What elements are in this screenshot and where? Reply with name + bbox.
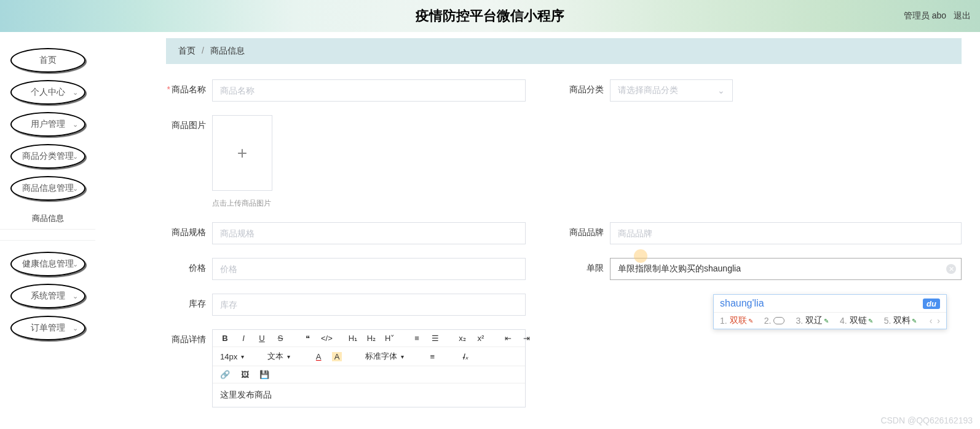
product-name-label: *商品名称 — [166, 79, 206, 102]
app-title: 疫情防控平台微信小程序 — [416, 7, 564, 25]
watermark: CSDN @QQ626162193 — [880, 415, 973, 425]
sidebar-subitem-product-info[interactable]: 商品信息 — [0, 208, 95, 230]
strike-button[interactable]: S — [275, 334, 285, 343]
chevron-down-icon: ⌄ — [73, 153, 78, 161]
price-input[interactable] — [212, 258, 526, 280]
chevron-down-icon: ⌄ — [73, 121, 78, 129]
outdent-button[interactable]: ⇥ — [521, 334, 531, 343]
sidebar-item-user-mgmt[interactable]: 用户管理 ⌄ — [10, 112, 85, 137]
font-size-select[interactable]: 14px▾ — [220, 352, 244, 361]
chevron-down-icon: ⌄ — [73, 89, 78, 97]
chevron-down-icon: ⌄ — [73, 324, 78, 332]
subscript-button[interactable]: x₂ — [457, 334, 467, 343]
brand-label: 商品品牌 — [564, 222, 604, 244]
category-label: 商品分类 — [564, 79, 604, 102]
code-button[interactable]: </> — [321, 334, 331, 343]
cursor-indicator — [634, 249, 647, 263]
sidebar-item-label: 用户管理 — [31, 119, 65, 130]
bg-color-button[interactable]: A — [332, 352, 342, 361]
image-hint: 点击上传商品图片 — [212, 198, 272, 209]
main-content: 首页 / 商品信息 *商品名称 商品分类 请选择商品分类 ⌄ 商品图片 — [95, 32, 980, 429]
sidebar-item-health-mgmt[interactable]: 健康信息管理 ⌄ — [10, 252, 85, 276]
plus-icon: + — [237, 143, 247, 163]
chevron-down-icon: ⌄ — [73, 185, 78, 193]
spec-input[interactable] — [212, 222, 526, 244]
sidebar-item-label: 订单管理 — [31, 323, 65, 334]
ordered-list-button[interactable]: ≡ — [412, 334, 422, 343]
text-style-select[interactable]: 文本▾ — [267, 351, 290, 362]
bold-button[interactable]: B — [220, 334, 230, 343]
sidebar-item-label: 系统管理 — [31, 291, 65, 302]
user-label[interactable]: 管理员 abo — [904, 10, 946, 22]
sidebar-item-label: 商品信息管理 — [22, 183, 74, 194]
chevron-down-icon: ⌄ — [717, 86, 725, 95]
h1-button[interactable]: H₁ — [348, 334, 358, 343]
h2-button[interactable]: H₂ — [366, 334, 376, 343]
clear-icon[interactable]: ✕ — [946, 264, 956, 274]
sidebar-item-personal[interactable]: 个人中心 ⌄ — [10, 80, 85, 105]
superscript-button[interactable]: x² — [476, 334, 486, 343]
stock-label: 库存 — [166, 294, 206, 316]
image-label: 商品图片 — [166, 115, 206, 209]
limit-label: 单限 — [564, 258, 604, 280]
chevron-down-icon: ⌄ — [73, 260, 78, 268]
chevron-down-icon: ⌄ — [73, 292, 78, 300]
sidebar-item-label: 首页 — [39, 55, 57, 66]
underline-button[interactable]: U — [257, 334, 267, 343]
category-placeholder: 请选择商品分类 — [618, 85, 678, 96]
sidebar-item-label: 商品分类管理 — [22, 151, 74, 162]
sidebar-item-order-mgmt[interactable]: 订单管理 ⌄ — [10, 316, 85, 340]
indent-button[interactable]: ⇤ — [503, 334, 513, 343]
ime-candidate-5[interactable]: 5.双料✎ — [884, 315, 917, 326]
limit-value-text: 单限指限制单次购买的shaunglia — [618, 263, 741, 275]
ime-candidates: 1.双联✎ 2. 3.双辽✎ 4.双链✎ 5.双料✎ ‹› — [714, 312, 946, 329]
brand-input[interactable] — [610, 222, 962, 244]
align-button[interactable]: ≡ — [427, 352, 437, 361]
ime-pager[interactable]: ‹› — [930, 316, 940, 326]
editor-body[interactable]: 这里发布商品 — [213, 383, 525, 407]
ime-logo-icon: du — [923, 299, 940, 309]
editor-toolbar-row2: 14px▾ 文本▾ A A 标准字体▾ ≡ I̵ₓ — [213, 347, 525, 366]
link-button[interactable]: 🔗 — [220, 370, 230, 379]
image-button[interactable]: 🖼 — [240, 370, 250, 379]
limit-input[interactable]: 单限指限制单次购买的shaunglia ✕ — [610, 258, 962, 280]
save-button[interactable]: 💾 — [259, 370, 269, 379]
breadcrumb-current: 商品信息 — [210, 46, 245, 55]
text-color-button[interactable]: A — [314, 352, 323, 361]
header-right: 管理员 abo 退出 — [904, 0, 971, 32]
breadcrumb: 首页 / 商品信息 — [166, 38, 962, 64]
unordered-list-button[interactable]: ☰ — [430, 334, 440, 343]
app-header: 疫情防控平台微信小程序 管理员 abo 退出 — [0, 0, 980, 32]
ime-composition: shaung'lia — [720, 298, 764, 309]
ime-panel: shaung'lia du 1.双联✎ 2. 3.双辽✎ 4.双链✎ 5.双料✎… — [713, 294, 947, 329]
ime-candidate-4[interactable]: 4.双链✎ — [840, 315, 873, 326]
italic-button[interactable]: I — [239, 334, 248, 343]
logout-link[interactable]: 退出 — [954, 10, 971, 22]
price-label: 价格 — [166, 258, 206, 280]
stock-input[interactable] — [212, 294, 526, 316]
chevron-left-icon: ‹ — [930, 316, 933, 326]
breadcrumb-home[interactable]: 首页 — [178, 46, 196, 55]
editor-toolbar-row3: 🔗 🖼 💾 — [213, 366, 525, 383]
rich-editor: B I U S ❝ </> H₁ H₂ H˅ ≡ ☰ — [212, 329, 526, 407]
sidebar-item-system-mgmt[interactable]: 系统管理 ⌄ — [10, 284, 85, 308]
ime-candidate-1[interactable]: 1.双联✎ — [720, 315, 753, 326]
sidebar-item-label: 个人中心 — [31, 87, 65, 98]
category-select[interactable]: 请选择商品分类 ⌄ — [610, 79, 733, 102]
editor-toolbar-row1: B I U S ❝ </> H₁ H₂ H˅ ≡ ☰ — [213, 330, 525, 347]
sidebar-item-category-mgmt[interactable]: 商品分类管理 ⌄ — [10, 144, 85, 169]
breadcrumb-separator: / — [202, 46, 204, 55]
font-family-select[interactable]: 标准字体▾ — [365, 351, 404, 362]
product-name-input[interactable] — [212, 79, 526, 102]
ime-candidate-3[interactable]: 3.双辽✎ — [796, 315, 829, 326]
detail-label: 商品详情 — [166, 329, 206, 407]
h-dropdown[interactable]: H˅ — [385, 334, 395, 343]
image-uploader[interactable]: + — [212, 115, 272, 191]
quote-button[interactable]: ❝ — [302, 334, 312, 343]
sidebar-item-product-mgmt[interactable]: 商品信息管理 ⌄ — [10, 176, 85, 201]
sidebar-item-label: 健康信息管理 — [22, 259, 74, 270]
ime-candidate-2[interactable]: 2. — [764, 316, 785, 326]
clear-format-button[interactable]: I̵ₓ — [460, 352, 470, 361]
spec-label: 商品规格 — [166, 222, 206, 244]
sidebar-item-home[interactable]: 首页 — [10, 48, 85, 73]
